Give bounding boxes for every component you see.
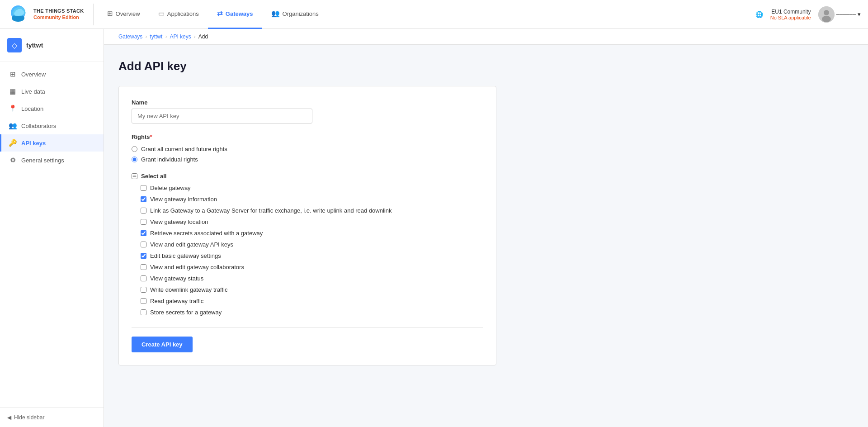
checkbox-view-status[interactable]: View gateway status xyxy=(132,273,483,284)
brand-logo xyxy=(7,4,29,25)
select-all-row[interactable]: Select all xyxy=(132,170,483,182)
tab-applications[interactable]: ▭ Applications xyxy=(149,0,208,29)
select-all-label: Select all xyxy=(141,173,166,180)
gateway-icon: ◇ xyxy=(7,38,22,52)
sidebar-item-live-data-label: Live data xyxy=(21,88,45,95)
brand-title: THE THINGS STACK xyxy=(33,8,84,14)
applications-icon: ▭ xyxy=(158,9,165,18)
rights-section: Rights* Grant all current and future rig… xyxy=(132,133,483,318)
hide-sidebar-arrow: ◀ xyxy=(7,414,11,421)
checkbox-view-edit-api-keys[interactable]: View and edit gateway API keys xyxy=(132,239,483,250)
live-data-icon: ▦ xyxy=(9,87,17,95)
radio-all-rights[interactable]: Grant all current and future rights xyxy=(132,146,483,152)
tab-organizations-label: Organizations xyxy=(283,10,319,17)
hide-sidebar-button[interactable]: ◀ Hide sidebar xyxy=(0,408,104,427)
radio-all-rights-input[interactable] xyxy=(132,146,137,152)
form-divider xyxy=(132,327,483,327)
checkbox-view-status-input[interactable] xyxy=(141,275,146,281)
select-all-checkbox[interactable] xyxy=(132,173,137,179)
checkbox-retrieve-secrets-input[interactable] xyxy=(141,230,146,236)
checkbox-link-gateway-input[interactable] xyxy=(141,208,146,214)
checkbox-delete-gateway-input[interactable] xyxy=(141,185,146,191)
svg-point-3 xyxy=(824,10,829,15)
sidebar-item-live-data[interactable]: ▦ Live data xyxy=(0,83,104,100)
create-api-key-button[interactable]: Create API key xyxy=(132,337,193,352)
region-info: EU1 Community No SLA applicable xyxy=(770,9,811,20)
svg-point-4 xyxy=(822,16,831,22)
breadcrumb-gateway-id[interactable]: tyttwt xyxy=(150,33,162,40)
checkbox-view-location-input[interactable] xyxy=(141,219,146,225)
name-field-group: Name xyxy=(132,99,483,123)
checkbox-delete-gateway[interactable]: Delete gateway xyxy=(132,182,483,194)
sidebar-item-api-keys-label: API keys xyxy=(21,140,46,147)
region-name: EU1 Community xyxy=(771,9,811,15)
main-content: Gateways › tyttwt › API keys › Add Add A… xyxy=(104,29,868,427)
checkbox-view-edit-collaborators[interactable]: View and edit gateway collaborators xyxy=(132,261,483,273)
radio-individual-rights-input[interactable] xyxy=(132,157,137,162)
sidebar-item-api-keys[interactable]: 🔑 API keys xyxy=(0,134,104,152)
checkbox-write-downlink[interactable]: Write downlink gateway traffic xyxy=(132,284,483,295)
checkbox-view-edit-collaborators-input[interactable] xyxy=(141,264,146,270)
checkbox-view-status-label: View gateway status xyxy=(150,275,203,282)
breadcrumb-api-keys[interactable]: API keys xyxy=(170,33,191,40)
overview-sidebar-icon: ⊞ xyxy=(9,70,17,78)
checkbox-view-edit-collaborators-label: View and edit gateway collaborators xyxy=(150,264,244,270)
checkbox-delete-gateway-label: Delete gateway xyxy=(150,185,191,191)
avatar-icon xyxy=(818,6,835,23)
user-dropdown[interactable]: –––––– ▾ xyxy=(818,6,861,23)
checkbox-retrieve-secrets-label: Retrieve secrets associated with a gatew… xyxy=(150,230,263,237)
checkbox-view-info-label: View gateway information xyxy=(150,196,217,203)
checkbox-edit-basic-settings-input[interactable] xyxy=(141,253,146,259)
checkbox-read-traffic[interactable]: Read gateway traffic xyxy=(132,295,483,307)
tab-gateways[interactable]: ⇄ Gateways xyxy=(208,0,262,29)
hide-sidebar-label: Hide sidebar xyxy=(14,414,44,421)
region-sla: No SLA applicable xyxy=(770,15,811,20)
gateways-icon: ⇄ xyxy=(217,9,223,18)
name-input[interactable] xyxy=(132,109,312,123)
radio-group: Grant all current and future rights Gran… xyxy=(132,146,483,163)
page-content: Add API key Name Rights* Grant all c xyxy=(104,45,511,380)
checkbox-write-downlink-label: Write downlink gateway traffic xyxy=(150,286,227,293)
tab-applications-label: Applications xyxy=(167,10,199,17)
sidebar-item-overview[interactable]: ⊞ Overview xyxy=(0,66,104,83)
sidebar-item-general-settings[interactable]: ⚙ General settings xyxy=(0,152,104,169)
breadcrumb-gateways[interactable]: Gateways xyxy=(118,33,142,40)
breadcrumb-sep-1: › xyxy=(145,33,147,40)
main-layout: ◇ tyttwt ⊞ Overview ▦ Live data 📍 Locati… xyxy=(0,29,868,427)
checkbox-view-info[interactable]: View gateway information xyxy=(132,194,483,205)
checkbox-store-secrets-label: Store secrets for a gateway xyxy=(150,309,222,316)
form-section: Name Rights* Grant all current and futur… xyxy=(118,86,496,365)
brand-subtitle: Community Edition xyxy=(33,14,84,20)
user-dropdown-chevron: ▾ xyxy=(858,11,861,18)
sidebar-item-location[interactable]: 📍 Location xyxy=(0,100,104,117)
brand-text: THE THINGS STACK Community Edition xyxy=(33,8,84,20)
sidebar-item-overview-label: Overview xyxy=(21,71,46,78)
checkbox-read-traffic-input[interactable] xyxy=(141,298,146,304)
required-star: * xyxy=(150,133,152,140)
tab-gateways-label: Gateways xyxy=(226,10,253,17)
location-icon: 📍 xyxy=(9,104,17,113)
checkbox-edit-basic-settings[interactable]: Edit basic gateway settings xyxy=(132,250,483,261)
checkbox-read-traffic-label: Read gateway traffic xyxy=(150,298,203,304)
checkbox-view-location[interactable]: View gateway location xyxy=(132,216,483,228)
sidebar: ◇ tyttwt ⊞ Overview ▦ Live data 📍 Locati… xyxy=(0,29,104,427)
checkbox-write-downlink-input[interactable] xyxy=(141,287,146,293)
checkbox-link-gateway[interactable]: Link as Gateway to a Gateway Server for … xyxy=(132,205,483,216)
radio-individual-rights-label: Grant individual rights xyxy=(141,156,198,163)
tab-overview[interactable]: ⊞ Overview xyxy=(98,0,149,29)
checkbox-store-secrets[interactable]: Store secrets for a gateway xyxy=(132,307,483,318)
nav-right: 🌐 EU1 Community No SLA applicable ––––––… xyxy=(755,6,861,23)
breadcrumb: Gateways › tyttwt › API keys › Add xyxy=(104,29,868,45)
sidebar-item-location-label: Location xyxy=(21,105,43,112)
tab-organizations[interactable]: 👥 Organizations xyxy=(262,0,328,29)
rights-label: Rights* xyxy=(132,133,483,140)
sidebar-item-collaborators[interactable]: 👥 Collaborators xyxy=(0,117,104,134)
checkbox-view-info-input[interactable] xyxy=(141,196,146,202)
brand: THE THINGS STACK Community Edition xyxy=(7,4,94,25)
checkbox-store-secrets-input[interactable] xyxy=(141,309,146,315)
breadcrumb-sep-3: › xyxy=(194,33,196,40)
checkbox-view-edit-api-keys-input[interactable] xyxy=(141,242,146,247)
overview-icon: ⊞ xyxy=(107,9,113,18)
checkbox-retrieve-secrets[interactable]: Retrieve secrets associated with a gatew… xyxy=(132,228,483,239)
radio-individual-rights[interactable]: Grant individual rights xyxy=(132,156,483,163)
